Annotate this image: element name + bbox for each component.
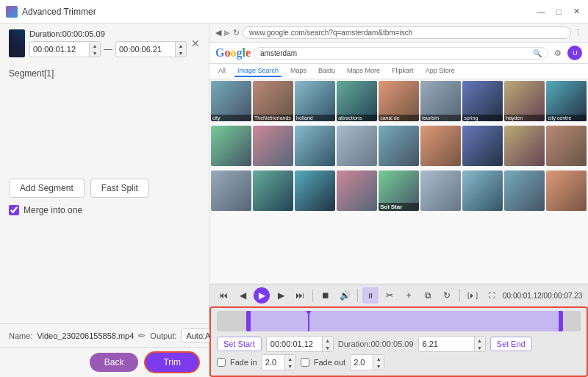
- segment-info: Duration:00:00:05.09 ▲ ▼ — ▲: [29, 29, 187, 57]
- google-search-bar[interactable]: amsterdam 🔍: [254, 47, 548, 60]
- set-start-button[interactable]: Set Start: [217, 337, 262, 351]
- trim-button[interactable]: Trim: [144, 351, 200, 373]
- image-cell[interactable]: [546, 170, 587, 211]
- image-cell[interactable]: Sol Star: [379, 170, 419, 211]
- start-time-down[interactable]: ▼: [90, 49, 100, 57]
- volume-button[interactable]: 🔊: [337, 287, 353, 304]
- end-spinner: ▲ ▼: [474, 337, 485, 351]
- play-button[interactable]: ▶: [254, 287, 270, 304]
- back-nav-icon[interactable]: ◀: [215, 28, 221, 37]
- fade-in-down[interactable]: ▼: [285, 362, 295, 370]
- image-cell[interactable]: tourism: [420, 81, 461, 121]
- timeline-handle-right[interactable]: [559, 311, 563, 331]
- image-cell[interactable]: [295, 126, 335, 166]
- stop-button[interactable]: ⏹: [318, 287, 334, 304]
- image-cell[interactable]: [420, 126, 461, 166]
- segment-close-button[interactable]: ✕: [191, 37, 200, 50]
- main-container: Duration:00:00:05.09 ▲ ▼ — ▲: [0, 24, 588, 377]
- fade-in-checkbox[interactable]: [217, 358, 226, 367]
- fade-out-down[interactable]: ▼: [373, 362, 384, 370]
- fast-split-button[interactable]: Fast Split: [90, 179, 149, 198]
- image-label: TheNetherlands: [253, 115, 293, 121]
- refresh-nav-icon[interactable]: ↻: [233, 28, 240, 37]
- fade-in-up[interactable]: ▲: [285, 355, 295, 362]
- tab-appstore[interactable]: App Store: [423, 65, 458, 77]
- next-frame-button[interactable]: ▶: [273, 287, 289, 304]
- end-down[interactable]: ▼: [475, 344, 485, 351]
- google-avatar[interactable]: U: [567, 46, 582, 60]
- add-button[interactable]: +: [401, 287, 417, 304]
- cut-button[interactable]: ✂: [381, 287, 398, 304]
- file-name-value: Video_230206155858.mp4: [37, 331, 134, 340]
- refresh-button[interactable]: ↻: [439, 287, 455, 304]
- app-title: Advanced Trimmer: [22, 7, 535, 17]
- tab-flipkart[interactable]: Flipkart: [389, 65, 417, 77]
- image-cell[interactable]: [337, 170, 377, 211]
- image-cell[interactable]: attractions: [337, 81, 377, 121]
- add-segment-button[interactable]: Add Segment: [9, 179, 85, 198]
- end-time-input[interactable]: [116, 43, 175, 55]
- image-cell[interactable]: [462, 170, 503, 211]
- settings-nav-icon[interactable]: ⋮: [574, 28, 582, 37]
- end-up[interactable]: ▲: [475, 337, 485, 344]
- copy-button[interactable]: ⧉: [420, 287, 436, 304]
- back-button[interactable]: Back: [90, 353, 139, 372]
- left-buttons: Add Segment Fast Split: [0, 171, 209, 205]
- set-end-button[interactable]: Set End: [490, 337, 532, 351]
- image-cell[interactable]: [462, 126, 503, 166]
- fullscreen-button[interactable]: ⛶: [484, 287, 500, 304]
- clip-button-2[interactable]: [⏵]: [465, 287, 481, 304]
- image-cell[interactable]: holland: [295, 81, 335, 121]
- fade-out-up[interactable]: ▲: [373, 355, 384, 362]
- tab-more[interactable]: Maps More: [344, 65, 383, 77]
- image-label: city centre: [546, 115, 587, 121]
- duration-field: Duration:00:00:05.09: [338, 340, 414, 348]
- timeline-handle-left[interactable]: [246, 311, 251, 331]
- image-cell[interactable]: city: [211, 81, 251, 121]
- tab-images[interactable]: Image Search: [234, 65, 282, 77]
- fade-out-checkbox[interactable]: [301, 358, 309, 367]
- prev-frame-button[interactable]: ◀: [234, 287, 251, 304]
- start-down[interactable]: ▼: [323, 344, 333, 351]
- minimize-button[interactable]: —: [535, 6, 547, 18]
- start-time-up[interactable]: ▲: [90, 42, 100, 49]
- image-cell[interactable]: [253, 170, 293, 211]
- skip-to-start-button[interactable]: ⏮: [215, 287, 232, 304]
- segment-item[interactable]: Segment[1]: [9, 66, 200, 81]
- maximize-button[interactable]: □: [553, 6, 564, 18]
- end-time-down[interactable]: ▼: [176, 49, 186, 57]
- search-icon[interactable]: 🔍: [533, 49, 542, 57]
- tab-maps[interactable]: Maps: [287, 65, 309, 77]
- image-cell[interactable]: canal de: [379, 81, 419, 121]
- image-cell[interactable]: spring: [462, 81, 503, 121]
- close-button[interactable]: ✕: [570, 6, 582, 18]
- image-cell[interactable]: hayden: [504, 81, 545, 121]
- image-cell[interactable]: [337, 126, 377, 166]
- fade-in-spin-btns: ▲ ▼: [284, 355, 295, 370]
- image-cell[interactable]: [379, 126, 419, 166]
- image-cell[interactable]: [420, 170, 461, 211]
- google-settings-icon[interactable]: ⚙: [554, 49, 562, 58]
- skip-to-end-button[interactable]: ⏭: [292, 287, 308, 304]
- image-cell[interactable]: city centre: [546, 81, 587, 121]
- tab-baidu[interactable]: Baidu: [315, 65, 338, 77]
- tab-all[interactable]: All: [215, 65, 229, 77]
- start-time-input[interactable]: [30, 43, 89, 55]
- edit-name-icon[interactable]: ✏: [138, 331, 146, 341]
- image-cell[interactable]: [504, 170, 545, 211]
- image-cell[interactable]: [546, 126, 587, 166]
- image-label: tourism: [420, 115, 461, 121]
- browser-url-bar[interactable]: www.google.com/search?q=amsterdam&tbm=is…: [243, 26, 571, 39]
- clip-button-1[interactable]: ⏸: [362, 287, 379, 304]
- merge-checkbox[interactable]: [9, 205, 19, 215]
- image-cell[interactable]: [211, 126, 251, 166]
- image-cell[interactable]: [504, 126, 545, 166]
- image-cell[interactable]: [295, 170, 335, 211]
- forward-nav-icon[interactable]: ▶: [224, 28, 230, 37]
- image-label: canal de: [379, 115, 419, 121]
- start-up[interactable]: ▲: [323, 337, 333, 344]
- image-cell[interactable]: [253, 126, 293, 166]
- image-cell[interactable]: [211, 170, 251, 211]
- end-time-up[interactable]: ▲: [176, 42, 186, 49]
- image-cell[interactable]: TheNetherlands: [253, 81, 293, 121]
